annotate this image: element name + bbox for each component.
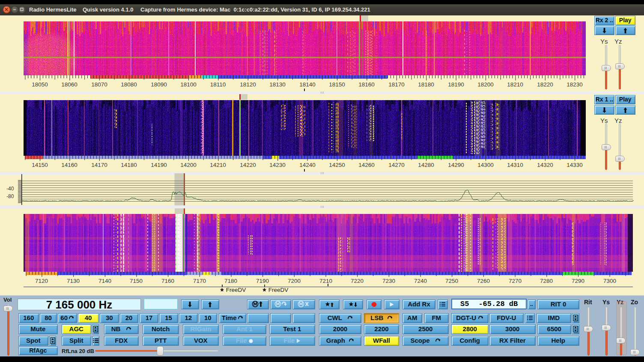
svg-text:14230: 14230 <box>269 162 286 168</box>
svg-text:7300: 7300 <box>603 278 616 284</box>
svg-text:18150: 18150 <box>329 81 345 88</box>
svg-text:14210: 14210 <box>210 162 226 168</box>
svg-text:14270: 14270 <box>388 162 405 168</box>
svg-text:18100: 18100 <box>180 81 197 88</box>
svg-text:18220: 18220 <box>537 81 553 88</box>
svg-text:7140: 7140 <box>98 278 111 284</box>
svg-text:7170: 7170 <box>193 278 206 284</box>
svg-text:18140: 18140 <box>299 81 316 88</box>
svg-text:18060: 18060 <box>61 81 78 88</box>
svg-text:14240: 14240 <box>299 162 316 168</box>
svg-text:7150: 7150 <box>130 278 143 284</box>
svg-text:14200: 14200 <box>180 162 197 168</box>
svg-text:7120: 7120 <box>35 278 48 284</box>
svg-text:14320: 14320 <box>537 162 553 168</box>
svg-text:18110: 18110 <box>210 81 226 88</box>
svg-text:7270: 7270 <box>509 278 522 284</box>
svg-text:7240: 7240 <box>414 278 427 284</box>
svg-text:7280: 7280 <box>540 278 553 284</box>
svg-text:7250: 7250 <box>445 278 458 284</box>
svg-text:14160: 14160 <box>61 162 78 168</box>
svg-text:18050: 18050 <box>32 81 48 88</box>
svg-text:18080: 18080 <box>121 81 137 88</box>
svg-text:18170: 18170 <box>388 81 405 88</box>
svg-text:7220: 7220 <box>351 278 364 284</box>
svg-text:14260: 14260 <box>358 162 375 168</box>
svg-text:7130: 7130 <box>67 278 80 284</box>
svg-text:18190: 18190 <box>448 81 464 88</box>
svg-text:7190: 7190 <box>256 278 269 284</box>
svg-text:14330: 14330 <box>566 162 583 168</box>
svg-text:7180: 7180 <box>224 278 237 284</box>
svg-text:14190: 14190 <box>151 162 167 168</box>
svg-text:14300: 14300 <box>477 162 494 168</box>
svg-text:18130: 18130 <box>269 81 286 88</box>
svg-text:14220: 14220 <box>240 162 256 168</box>
svg-text:14170: 14170 <box>91 162 107 168</box>
svg-text:18090: 18090 <box>151 81 167 88</box>
svg-text:18120: 18120 <box>240 81 256 88</box>
svg-text:14310: 14310 <box>507 162 523 168</box>
svg-text:7160: 7160 <box>161 278 174 284</box>
svg-text:7290: 7290 <box>572 278 584 284</box>
svg-text:14290: 14290 <box>448 162 464 168</box>
svg-text:7260: 7260 <box>477 278 490 284</box>
svg-text:14180: 14180 <box>121 162 137 168</box>
svg-text:18230: 18230 <box>566 81 583 88</box>
svg-text:14150: 14150 <box>32 162 48 168</box>
svg-text:18180: 18180 <box>418 81 434 88</box>
svg-text:18200: 18200 <box>477 81 494 88</box>
svg-text:7200: 7200 <box>288 278 301 284</box>
svg-text:7230: 7230 <box>382 278 395 284</box>
svg-text:18160: 18160 <box>358 81 375 88</box>
svg-text:18070: 18070 <box>91 81 107 88</box>
svg-text:14280: 14280 <box>418 162 434 168</box>
svg-text:14250: 14250 <box>329 162 345 168</box>
svg-text:18210: 18210 <box>507 81 523 88</box>
svg-text:7210: 7210 <box>319 278 332 284</box>
